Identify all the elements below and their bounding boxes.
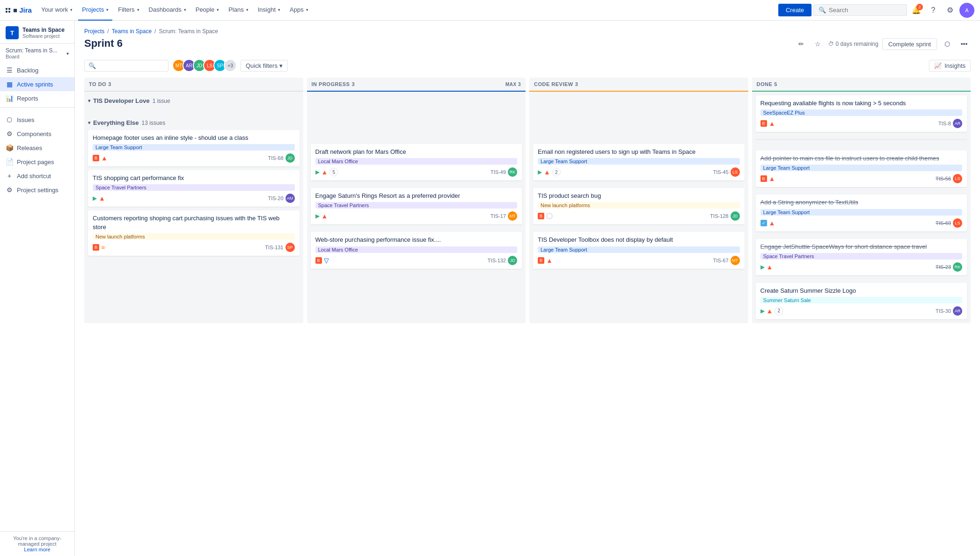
top-navigation: ■ Jira Your work▾ Projects▾ Filters▾ Das… bbox=[0, 0, 980, 21]
card-TIS-23[interactable]: Engage JetShuttle SpaceWays for short di… bbox=[756, 239, 967, 275]
sidebar-item-releases[interactable]: 📦 Releases bbox=[0, 141, 74, 155]
column-done: DONE 5 Requesting avaliable flights is n… bbox=[752, 78, 971, 323]
story-icon: ▶ bbox=[538, 169, 542, 175]
quick-filters-button[interactable]: Quick filters ▾ bbox=[241, 60, 288, 72]
story-icon: ▶ bbox=[761, 264, 765, 270]
chevron-icon: ▾ bbox=[137, 7, 139, 12]
card-id: TIS-68 bbox=[268, 155, 283, 161]
sidebar-item-active-sprints[interactable]: ▦ Active sprints bbox=[0, 77, 74, 91]
search-bar[interactable]: 🔍 bbox=[813, 4, 907, 16]
card-TIS-131[interactable]: Customers reporting shoping cart purchas… bbox=[88, 210, 300, 255]
project-type: Software project bbox=[22, 33, 69, 39]
group-header[interactable]: ▾ TIS Developer Love 1 issue bbox=[88, 95, 300, 106]
add-icon: + bbox=[6, 172, 13, 180]
bug-icon: B bbox=[315, 257, 322, 264]
story-icon: ▶ bbox=[315, 213, 320, 219]
search-icon: 🔍 bbox=[819, 7, 826, 14]
card-id: TIS-56 bbox=[936, 176, 951, 181]
card-TIS-56[interactable]: Add pointer to main css file to instruct… bbox=[756, 151, 967, 187]
nav-your-work[interactable]: Your work▾ bbox=[37, 0, 76, 21]
card-TIS-69[interactable]: Add a String anonymizer to TextUtils Lar… bbox=[756, 195, 967, 231]
card-TIS-49[interactable]: Draft network plan for Mars Office Local… bbox=[311, 144, 522, 181]
card-TIS-67[interactable]: TIS Developer Toolbox does not display b… bbox=[533, 232, 745, 268]
card-footer: ▶ ▲ 2 TIS-30 AR bbox=[761, 306, 963, 316]
card-id: TIS-132 bbox=[488, 258, 506, 263]
card-label: Space Travel Partners bbox=[761, 253, 963, 260]
card-footer: B ▲ TIS-68 JD bbox=[93, 153, 295, 163]
card-TIS-45[interactable]: Email non registered users to sign up wi… bbox=[533, 144, 745, 181]
nav-projects[interactable]: Projects▾ bbox=[78, 0, 112, 21]
card-id: TIS-17 bbox=[490, 213, 506, 219]
main-content: Projects / Teams in Space / Scrum: Teams… bbox=[75, 21, 980, 331]
column-review-body: Email non registered users to sign up wi… bbox=[529, 92, 748, 323]
notifications-button[interactable]: 🔔 2 bbox=[909, 3, 924, 18]
card-TIS-8[interactable]: Requesting avaliable flights is now taki… bbox=[756, 95, 967, 132]
sidebar-item-label: Components bbox=[17, 130, 51, 137]
star-sprint-button[interactable]: ☆ bbox=[812, 37, 825, 51]
sidebar-item-components[interactable]: ⚙ Components bbox=[0, 127, 74, 141]
breadcrumb-projects[interactable]: Projects bbox=[84, 28, 104, 35]
card-footer: ▶ ▲ TIS-20 AM bbox=[93, 194, 295, 203]
sidebar-item-label: Issues bbox=[17, 116, 35, 123]
chart-icon: 📈 bbox=[934, 62, 942, 69]
group-count: 13 issues bbox=[142, 120, 166, 126]
insights-button[interactable]: 📈 Insights bbox=[929, 60, 971, 72]
group-header[interactable]: ▾ Everything Else 13 issues bbox=[88, 117, 300, 128]
more-options-button[interactable]: ••• bbox=[958, 37, 971, 51]
pages-icon: 📄 bbox=[6, 158, 13, 166]
priority-high-icon: ▲ bbox=[767, 263, 773, 271]
card-title: TIS Developer Toolbox does not display b… bbox=[538, 236, 740, 244]
help-button[interactable]: ? bbox=[926, 3, 941, 18]
app-logo[interactable]: ■ Jira bbox=[6, 6, 32, 14]
nav-apps[interactable]: Apps▾ bbox=[286, 0, 312, 21]
create-button[interactable]: Create bbox=[778, 4, 812, 16]
breadcrumb-current: Scrum: Teams in Space bbox=[159, 28, 218, 35]
board-search-input[interactable] bbox=[99, 62, 164, 69]
nav-insight[interactable]: Insight▾ bbox=[254, 0, 284, 21]
bug-icon: B bbox=[761, 120, 767, 127]
breadcrumb-teams-in-space[interactable]: Teams in Space bbox=[112, 28, 152, 35]
card-TIS-128[interactable]: TIS product search bug New launch platfo… bbox=[533, 188, 745, 224]
sidebar-item-issues[interactable]: ⬡ Issues bbox=[0, 113, 74, 127]
nav-dashboards[interactable]: Dashboards▾ bbox=[145, 0, 190, 21]
nav-filters[interactable]: Filters▾ bbox=[114, 0, 143, 21]
card-footer-right: TIS-56 LS bbox=[936, 174, 962, 183]
column-inprogress-body: Draft network plan for Mars Office Local… bbox=[307, 92, 526, 323]
avatar-filter-count[interactable]: +3 bbox=[224, 59, 237, 72]
sidebar-item-project-settings[interactable]: ⚙ Project settings bbox=[0, 183, 74, 197]
chevron-down-icon: ▾ bbox=[66, 51, 69, 56]
card-assignee-avatar: LS bbox=[953, 218, 962, 228]
settings-button[interactable]: ⚙ bbox=[943, 3, 958, 18]
story-icon: ▶ bbox=[761, 308, 765, 314]
nav-people[interactable]: People▾ bbox=[192, 0, 223, 21]
board-search[interactable]: 🔍 bbox=[84, 60, 168, 72]
column-code-review: CODE REVIEW 3 Email non registered users… bbox=[529, 78, 748, 323]
card-assignee-avatar: MT bbox=[508, 211, 517, 221]
card-id: TIS-67 bbox=[713, 258, 728, 263]
card-TIS-20[interactable]: TIS shopping cart performance fix Space … bbox=[88, 170, 300, 207]
card-TIS-17[interactable]: Engage Saturn's Rings Resort as a prefer… bbox=[311, 188, 522, 224]
sidebar-item-add-shortcut[interactable]: + Add shortcut bbox=[0, 169, 74, 183]
avatar-filter-row: MT AR JD LS SP +3 bbox=[172, 59, 237, 72]
share-button[interactable]: ⬡ bbox=[941, 37, 954, 51]
user-avatar[interactable]: A bbox=[959, 3, 974, 18]
sidebar-board-item[interactable]: Scrum: Teams in S... Board ▾ bbox=[0, 43, 74, 63]
card-TIS-30[interactable]: Create Saturn Summer Sizzle Logo Summer … bbox=[756, 283, 967, 319]
edit-sprint-button[interactable]: ✏ bbox=[795, 37, 808, 51]
sidebar-item-backlog[interactable]: ☰ Backlog bbox=[0, 63, 74, 77]
sidebar-item-project-pages[interactable]: 📄 Project pages bbox=[0, 155, 74, 169]
sidebar-item-reports[interactable]: 📊 Reports bbox=[0, 91, 74, 105]
card-title: Add a String anonymizer to TextUtils bbox=[761, 198, 963, 207]
search-input[interactable] bbox=[829, 7, 902, 14]
complete-sprint-button[interactable]: Complete sprint bbox=[882, 38, 937, 50]
bug-icon: B bbox=[538, 213, 544, 219]
card-TIS-68[interactable]: Homepage footer uses an inline style - s… bbox=[88, 130, 300, 166]
card-footer: ▶ ▲ 5 TIS-49 RK bbox=[315, 167, 518, 177]
card-title: Requesting avaliable flights is now taki… bbox=[761, 99, 963, 108]
card-label: New launch platforms bbox=[538, 202, 740, 209]
sidebar-item-label: Backlog bbox=[17, 67, 38, 74]
card-TIS-132[interactable]: Web-store purchasing performance issue f… bbox=[311, 232, 522, 268]
card-label: New launch platforms bbox=[93, 233, 295, 240]
card-id: TIS-20 bbox=[268, 195, 283, 201]
nav-plans[interactable]: Plans▾ bbox=[225, 0, 252, 21]
